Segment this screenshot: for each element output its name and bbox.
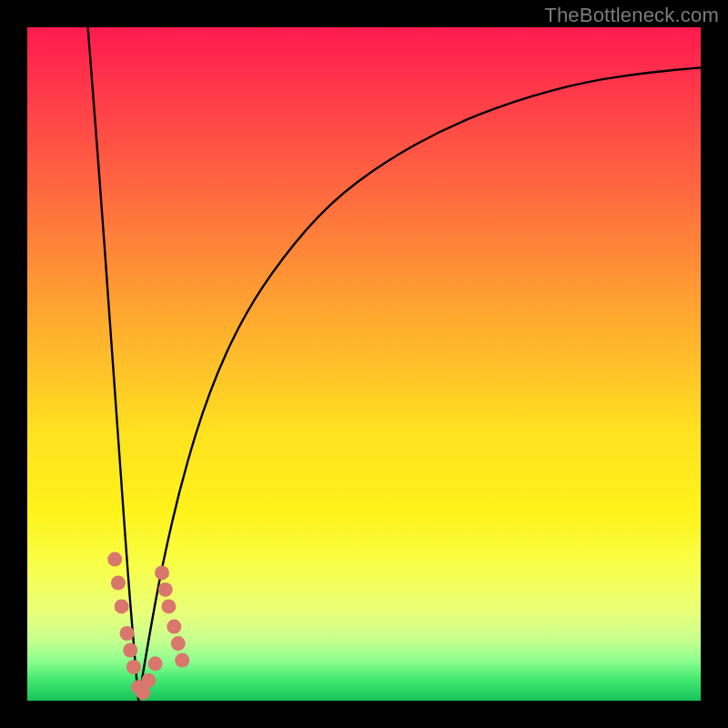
chart-frame: TheBottleneck.com	[0, 0, 728, 728]
scatter-dot	[167, 620, 181, 634]
scatter-dot	[161, 599, 176, 613]
scatter-dot	[175, 653, 189, 668]
scatter-dot	[148, 656, 163, 671]
scatter-dot	[171, 636, 186, 651]
scatter-dot	[107, 552, 122, 567]
scatter-dot	[158, 582, 173, 597]
scatter-dot	[115, 599, 129, 613]
scatter-dot	[126, 660, 141, 674]
scatter-dot	[141, 673, 156, 688]
watermark-label: TheBottleneck.com	[544, 4, 719, 27]
scatter-dot	[123, 643, 137, 658]
scatter-dot	[120, 626, 135, 641]
bottleneck-chart	[27, 27, 701, 701]
gradient-background	[27, 27, 701, 701]
scatter-dot	[155, 565, 169, 580]
scatter-dot	[111, 576, 126, 591]
